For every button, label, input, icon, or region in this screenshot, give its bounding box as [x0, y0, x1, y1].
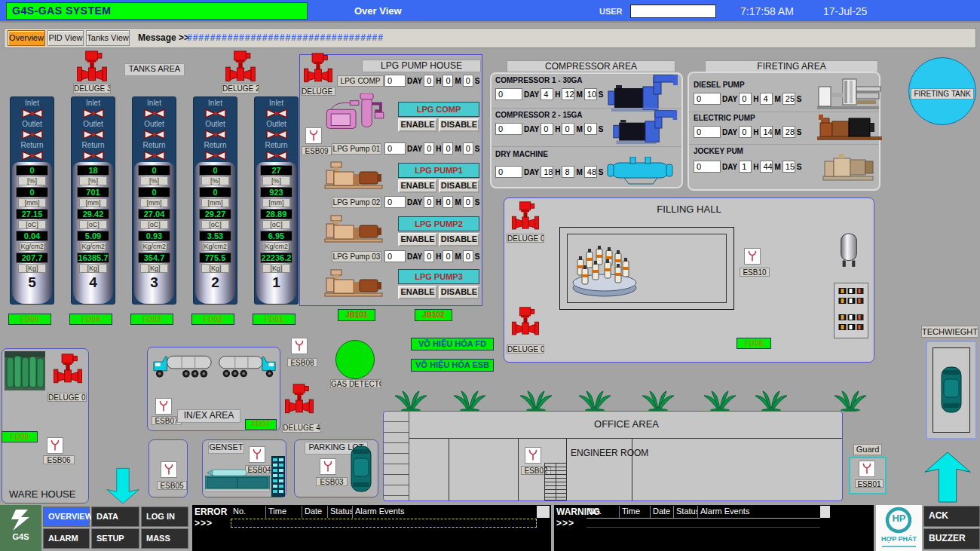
gas-detector-indicator	[335, 340, 375, 379]
tank-cylinder: 0 [%] 0 [mm] 27.04 [oC] 0.93 [Kg/cm2] 35…	[134, 162, 174, 304]
fd04-button[interactable]: FD04	[69, 314, 112, 325]
lpg-comp-label: LPG COMP	[337, 75, 384, 87]
inlet-valve-icon[interactable]	[143, 109, 166, 118]
tanker-truck-icon	[152, 351, 214, 381]
tank-mass: 207.7	[16, 253, 48, 263]
menu-alarm-button[interactable]: ALARM	[43, 528, 90, 549]
outlet-valve-icon[interactable]	[265, 130, 288, 139]
fd01-button[interactable]: FD01	[253, 314, 296, 325]
lpg-pump2-disable-button[interactable]: DISABLE	[439, 233, 479, 246]
genset-machine-icon	[205, 464, 270, 496]
plant-icon	[452, 390, 487, 412]
esb10-icon	[744, 248, 761, 265]
filling-machines-box	[834, 283, 868, 338]
outlet-valve-icon[interactable]	[82, 130, 105, 139]
esb04-icon	[249, 446, 265, 463]
error-alarm-table: ERROR >>> No. Time Date Status Alarm Eve…	[192, 505, 551, 551]
disable-esb-button[interactable]: VÔ HIỆU HÓA ESB	[411, 359, 494, 372]
deluge2-label: DELUGE 2	[222, 84, 259, 93]
ack-button[interactable]: ACK	[923, 506, 980, 527]
return-valve-icon[interactable]	[143, 151, 166, 161]
error-empty-row[interactable]	[231, 519, 537, 528]
menu-setup-button[interactable]: SETUP	[91, 528, 139, 549]
deluge-valve-icon[interactable]	[53, 354, 83, 387]
outlet-valve-icon[interactable]	[204, 130, 227, 139]
tank-cylinder: 0 [%] 0 [mm] 29.27 [oC] 3.53 [Kg/cm2] 77…	[195, 162, 235, 304]
return-valve-icon[interactable]	[82, 151, 105, 161]
hp-name: HỢP PHÁT	[876, 535, 922, 543]
diesel-pump-icon	[816, 78, 884, 111]
fd02-button[interactable]: FD02	[191, 314, 234, 325]
menu-overview-button[interactable]: OVERVIEW	[43, 507, 90, 527]
deluge-valve-icon[interactable]	[511, 307, 540, 338]
g4s-logo: G4S	[0, 505, 41, 551]
user-label: USER	[599, 7, 623, 16]
return-valve-icon[interactable]	[265, 151, 288, 161]
lpg-pump3-icon	[323, 268, 387, 297]
tank-number: 5	[12, 274, 52, 291]
tab-tanks-view[interactable]: Tanks View	[86, 30, 130, 46]
deluge3-label: DELUGE 3	[73, 84, 111, 93]
return-valve-icon[interactable]	[204, 151, 227, 161]
dry-machine-label: DRY MACHINE	[495, 150, 548, 158]
inlet-valve-icon[interactable]	[21, 109, 44, 118]
sec-value[interactable]: 0	[463, 75, 473, 87]
deluge-valve-icon[interactable]	[284, 384, 314, 417]
office-wall	[518, 439, 519, 500]
lpg-pump2-enable-button[interactable]: ENABLE	[398, 233, 437, 246]
plant-icon	[519, 390, 553, 412]
menu-mass-button[interactable]: MASS	[141, 528, 188, 549]
tab-overview[interactable]: Overview	[8, 30, 45, 46]
deluge-valve-icon[interactable]	[224, 51, 257, 85]
lpg-pump1-button[interactable]: LPG PUMP1	[398, 163, 479, 178]
return-valve-icon[interactable]	[21, 151, 44, 161]
deluge-valve-icon[interactable]	[303, 53, 333, 86]
buzzer-off-button[interactable]: BUZZER OFF	[923, 528, 980, 549]
fd08-button[interactable]: FD08	[737, 338, 771, 349]
inlet-valve-icon[interactable]	[82, 109, 105, 118]
menu-data-button[interactable]: DATA	[91, 507, 139, 527]
fd03-button[interactable]: FD03	[130, 314, 173, 325]
lpg-pump1-enable-button[interactable]: ENABLE	[398, 179, 437, 193]
outlet-valve-icon[interactable]	[143, 130, 166, 139]
inlet-valve-icon[interactable]	[204, 109, 227, 118]
lpg-pump2-button[interactable]: LPG PUMP2	[398, 216, 479, 231]
tank-column-3: Inlet Outlet Return 0 [%] 0 [mm] 27.04 […	[132, 96, 176, 305]
gas-cylinders-image	[5, 351, 45, 390]
disable-fd-button[interactable]: VÔ HIỆU HÓA FD	[411, 338, 494, 350]
warning-empty-row[interactable]	[586, 519, 820, 528]
fireting-area-title: FIRETING AREA	[705, 60, 878, 72]
warning-table-scrollbox[interactable]	[820, 506, 830, 518]
tank-column-5: Inlet Outlet Return 0 [%] 0 [mm] 27.15 […	[10, 96, 54, 305]
tab-pid-view[interactable]: PID View	[47, 30, 84, 46]
compressor-area-title: COMPRESSOR AREA	[507, 60, 675, 72]
hour-value[interactable]: 0	[424, 75, 434, 87]
lpg-pump1-icon	[323, 161, 387, 189]
fd05-button[interactable]: FD05	[8, 314, 51, 325]
deluge-valve-icon[interactable]	[75, 51, 109, 85]
stairs-icon	[544, 463, 567, 500]
lpg-pump01-label: LPG Pump 01	[332, 143, 381, 155]
outlet-valve-icon[interactable]	[21, 130, 44, 139]
lpg-comp-button[interactable]: LPG COMP	[398, 102, 479, 117]
g4s-logo-glyph	[11, 510, 29, 531]
lpg-comp-enable-button[interactable]: ENABLE	[398, 118, 437, 132]
lpg-pump1-disable-button[interactable]: DISABLE	[439, 179, 479, 193]
fd06-button[interactable]: FD06	[2, 431, 38, 442]
lpg-pump3-disable-button[interactable]: DISABLE	[439, 286, 479, 299]
day-value[interactable]: 0	[384, 75, 406, 87]
lpg-comp-disable-button[interactable]: DISABLE	[439, 118, 479, 132]
min-value[interactable]: 0	[443, 75, 453, 87]
jb101-button[interactable]: JB101	[338, 309, 375, 321]
gas-detector-label: GAS DETECTOR	[330, 379, 381, 388]
lpg-pump3-button[interactable]: LPG PUMP3	[398, 269, 479, 284]
user-input[interactable]	[630, 5, 716, 18]
deluge-valve-icon[interactable]	[511, 201, 540, 233]
lpg-pump02-label: LPG Pump 02	[332, 197, 381, 208]
jb102-button[interactable]: JB102	[415, 309, 452, 321]
fd07-button[interactable]: FD07	[245, 419, 277, 430]
menu-login-button[interactable]: LOG IN	[141, 507, 188, 527]
inlet-valve-icon[interactable]	[265, 109, 288, 118]
lpg-pump3-enable-button[interactable]: ENABLE	[398, 286, 437, 299]
error-table-scrollbox[interactable]	[537, 506, 550, 518]
